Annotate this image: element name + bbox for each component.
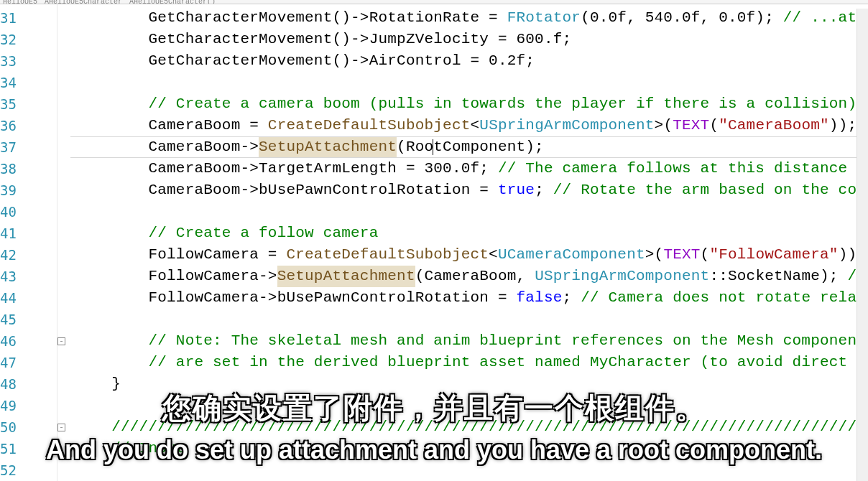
code-line[interactable]: CameraBoom->SetupAttachment(RootComponen… <box>70 136 868 158</box>
fold-toggle[interactable] <box>57 158 70 179</box>
code-line[interactable]: // Input <box>70 438 868 459</box>
line-number: 41 <box>0 223 57 244</box>
fold-toggle[interactable] <box>57 72 70 93</box>
token-type: USpringArmComponent <box>479 115 654 136</box>
token-cmt: // ...at <box>783 7 866 29</box>
token-kw: false <box>517 287 563 309</box>
line-number: 48 <box>0 373 57 395</box>
token-str: "CameraBoom" <box>719 115 829 136</box>
token-fn: SetupAttachment <box>277 266 415 287</box>
token-indent <box>75 438 111 459</box>
token-id: >( <box>645 244 664 266</box>
fold-toggle[interactable]: - <box>57 416 70 438</box>
token-cmt: // Create a camera boom (pulls in toward… <box>148 93 857 115</box>
fold-toggle[interactable] <box>57 373 70 395</box>
line-number: 39 <box>0 179 57 201</box>
fold-toggle[interactable] <box>57 201 70 223</box>
token-indent <box>75 244 148 266</box>
token-id: CameraBoom->bUsePawnControlRotation = <box>148 179 497 201</box>
token-indent <box>75 7 148 29</box>
code-line[interactable]: FollowCamera = CreateDefaultSubobject<UC… <box>70 244 868 266</box>
fold-toggle[interactable] <box>57 438 70 459</box>
code-line[interactable]: // Create a camera boom (pulls in toward… <box>70 93 868 115</box>
token-cmt: // The camera follows at this distance b <box>498 158 866 179</box>
fold-toggle[interactable]: - <box>57 330 70 352</box>
fold-toggle[interactable] <box>57 93 70 115</box>
line-number: 50 <box>0 416 57 438</box>
token-indent <box>75 158 148 179</box>
fold-toggle[interactable] <box>57 115 70 136</box>
fold-toggle[interactable] <box>57 179 70 201</box>
code-line[interactable]: // Note: The skeletal mesh and anim blue… <box>70 330 868 352</box>
code-line[interactable]: GetCharacterMovement()->JumpZVelocity = … <box>70 29 868 50</box>
line-number: 35 <box>0 93 57 115</box>
code-line[interactable]: FollowCamera->bUsePawnControlRotation = … <box>70 287 868 309</box>
token-id: (Roo <box>397 136 433 158</box>
token-cmt: ////////////////////////////////////////… <box>111 416 868 438</box>
code-line[interactable]: CameraBoom = CreateDefaultSubobject<USpr… <box>70 115 868 136</box>
token-cmt: // Camera does not rotate relat <box>581 287 866 309</box>
code-line[interactable]: CameraBoom->bUsePawnControlRotation = tr… <box>70 179 868 201</box>
code-editor[interactable]: 3132333435363738394041424344454647484950… <box>0 4 868 481</box>
code-line[interactable]: GetCharacterMovement()->RotationRate = F… <box>70 7 868 29</box>
line-number: 45 <box>0 309 57 330</box>
line-number: 51 <box>0 438 57 459</box>
token-type: UCameraComponent <box>498 244 645 266</box>
fold-toggle[interactable] <box>57 395 70 416</box>
fold-gutter: -- <box>57 4 70 481</box>
token-id: FollowCamera->bUsePawnControlRotation = <box>148 287 516 309</box>
token-id: CameraBoom->TargetArmLength = 300.0f; <box>148 158 497 179</box>
fold-toggle[interactable] <box>57 266 70 287</box>
line-number: 42 <box>0 244 57 266</box>
code-area[interactable]: GetCharacterMovement()->RotationRate = F… <box>70 4 868 481</box>
token-id: tComponent); <box>433 136 544 158</box>
code-line[interactable] <box>70 395 868 416</box>
code-line[interactable]: // Create a follow camera <box>70 223 868 244</box>
token-id: FollowCamera = <box>148 244 286 266</box>
line-number: 33 <box>0 50 57 72</box>
vertical-scrollbar[interactable] <box>857 9 868 481</box>
code-line[interactable] <box>70 201 868 223</box>
code-line[interactable]: FollowCamera->SetupAttachment(CameraBoom… <box>70 266 868 287</box>
fold-toggle[interactable] <box>57 309 70 330</box>
fold-toggle[interactable] <box>57 50 70 72</box>
code-line[interactable]: CameraBoom->TargetArmLength = 300.0f; //… <box>70 158 868 179</box>
token-indent <box>75 115 148 136</box>
fold-toggle[interactable] <box>57 287 70 309</box>
token-id: >( <box>655 115 673 136</box>
fold-toggle[interactable] <box>57 29 70 50</box>
token-id: ( <box>701 244 710 266</box>
code-line[interactable]: ////////////////////////////////////////… <box>70 416 868 438</box>
token-kw: true <box>498 179 535 201</box>
token-indent <box>75 416 111 438</box>
code-line[interactable]: GetCharacterMovement()->AirControl = 0.2… <box>70 50 868 72</box>
fold-toggle[interactable] <box>57 136 70 158</box>
token-id: } <box>111 373 121 395</box>
token-id: GetCharacterMovement()->JumpZVelocity = … <box>148 29 571 50</box>
code-line[interactable] <box>70 459 868 481</box>
fold-toggle[interactable] <box>57 223 70 244</box>
code-line[interactable]: // are set in the derived blueprint asse… <box>70 352 868 373</box>
token-indent <box>75 136 148 158</box>
token-type: USpringArmComponent <box>535 266 709 287</box>
fold-toggle[interactable] <box>57 459 70 481</box>
token-id: (0.0f, 540.0f, 0.0f); <box>581 7 783 29</box>
code-line[interactable]: } <box>70 373 868 395</box>
fold-toggle[interactable] <box>57 352 70 373</box>
token-id: (CameraBoom, <box>415 266 535 287</box>
line-number: 43 <box>0 266 57 287</box>
code-line[interactable] <box>70 309 868 330</box>
token-indent <box>75 330 148 352</box>
fold-toggle[interactable] <box>57 244 70 266</box>
line-number-gutter: 3132333435363738394041424344454647484950… <box>0 4 57 481</box>
line-number: 46 <box>0 330 57 352</box>
code-line[interactable] <box>70 72 868 93</box>
line-number: 52 <box>0 459 57 481</box>
token-id: GetCharacterMovement()->AirControl = 0.2… <box>148 50 535 72</box>
token-cmt: // Create a follow camera <box>148 223 378 244</box>
token-id: ( <box>709 115 719 136</box>
line-number: 40 <box>0 201 57 223</box>
fold-toggle[interactable] <box>57 7 70 29</box>
token-fn: CreateDefaultSubobject <box>286 244 489 266</box>
line-number: 31 <box>0 7 57 29</box>
